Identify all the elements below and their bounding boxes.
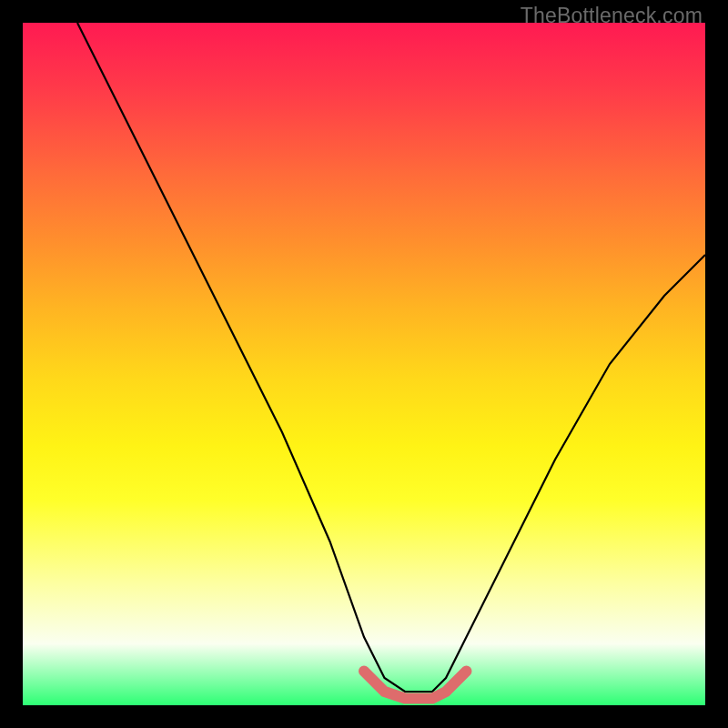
optimal-zone-marker [364, 672, 467, 699]
chart-frame: TheBottleneck.com [0, 0, 728, 728]
bottleneck-curve [77, 23, 705, 692]
watermark-text: TheBottleneck.com [521, 4, 703, 28]
chart-svg [23, 23, 705, 705]
plot-area [23, 23, 705, 705]
